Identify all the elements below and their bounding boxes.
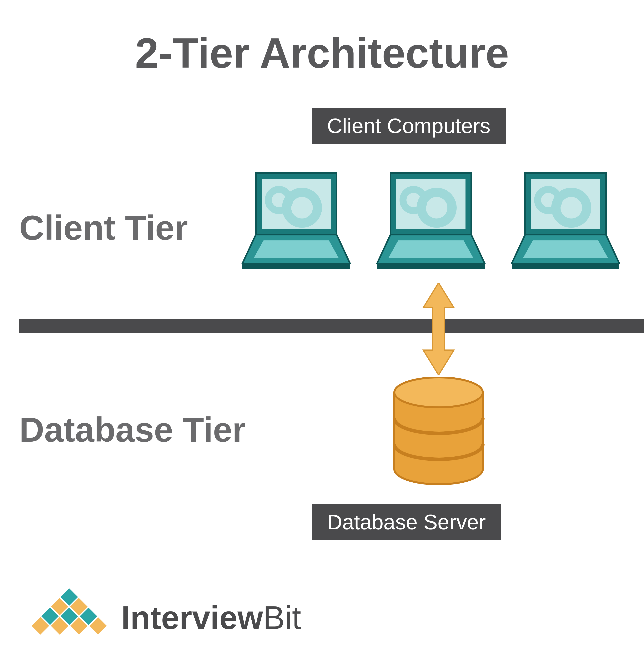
- diamond-pyramid-icon: [27, 588, 111, 647]
- database-server-badge: Database Server: [312, 504, 501, 540]
- diagram-title: 2-Tier Architecture: [0, 29, 644, 77]
- laptop-icon: [373, 169, 489, 274]
- tier-divider-line: [19, 319, 644, 333]
- laptop-icon: [239, 169, 354, 274]
- brand-name: InterviewBit: [121, 599, 301, 636]
- laptop-icon: [508, 169, 623, 274]
- client-computers-badge: Client Computers: [312, 108, 506, 144]
- brand-name-bold: Interview: [121, 599, 263, 636]
- bidirectional-arrow-icon: [419, 283, 458, 376]
- database-tier-label: Database Tier: [19, 410, 246, 450]
- brand-name-light: Bit: [263, 599, 301, 636]
- client-tier-label: Client Tier: [19, 208, 188, 247]
- database-cylinder-icon: [390, 377, 486, 485]
- laptop-row: [239, 169, 623, 274]
- brand-logo: InterviewBit: [27, 588, 301, 647]
